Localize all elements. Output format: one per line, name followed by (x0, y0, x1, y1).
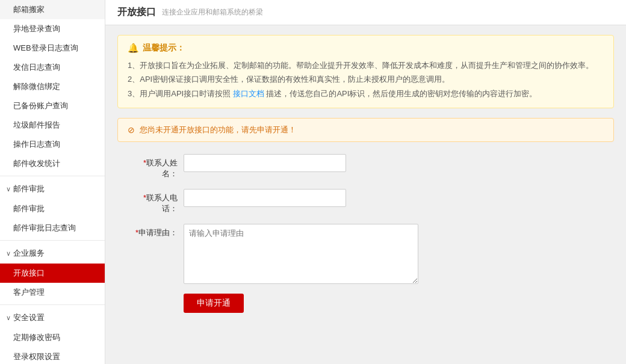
sidebar-item-unbind-wechat[interactable]: 解除微信绑定 (0, 77, 105, 96)
notice-item-1: 1、开放接口旨在为企业拓展、定制邮箱的功能。帮助企业提升开发效率、降低开发成本和… (128, 58, 604, 72)
label-text-2: 联系人电话： (146, 193, 178, 213)
chevron-down-icon-2: ∨ (6, 250, 11, 258)
form-row-contact-name: *联系人姓名： (129, 154, 602, 179)
sidebar-item-mail-audit-log[interactable]: 邮件审批日志查询 (0, 218, 105, 238)
api-doc-link[interactable]: 接口文档 (233, 89, 264, 98)
section-header-mail-audit[interactable]: ∨ 邮件审批 (0, 179, 105, 199)
label-text-1: 联系人姓名： (146, 158, 178, 178)
section-label-mail-audit: 邮件审批 (13, 184, 45, 194)
sidebar-item-mail-stats[interactable]: 邮件收发统计 (0, 154, 105, 173)
sidebar-item-client-manage[interactable]: 客户管理 (0, 283, 105, 302)
divider-2 (0, 240, 105, 241)
contact-phone-label: *联系人电话： (129, 189, 184, 214)
notice-title-text: 温馨提示： (143, 43, 185, 54)
chevron-down-icon-3: ∨ (6, 314, 11, 322)
bell-icon: 🔔 (128, 43, 139, 54)
divider-1 (0, 176, 105, 176)
sidebar-item-web-login-log[interactable]: WEB登录日志查询 (0, 39, 105, 58)
reason-textarea[interactable] (184, 224, 418, 284)
form-row-contact-phone: *联系人电话： (129, 189, 602, 214)
sidebar-item-mailbox-move[interactable]: 邮箱搬家 (0, 0, 105, 19)
notice-item-3: 3、用户调用API接口时请按照 接口文档 描述，传送您自己的API标识，然后使用… (128, 87, 604, 100)
label-text-3: 申请理由： (138, 228, 178, 237)
page-subtitle: 连接企业应用和邮箱系统的桥梁 (162, 7, 263, 17)
notice-item-2: 2、API密钥保证接口调用安全性，保证数据的有效性和真实性，防止未授权用户的恶意… (128, 72, 604, 86)
page-header: 开放接口 连接企业应用和邮箱系统的桥梁 (105, 0, 626, 25)
section-label-enterprise-service: 企业服务 (13, 248, 45, 259)
contact-name-label: *联系人姓名： (129, 154, 184, 179)
sidebar-item-op-log[interactable]: 操作日志查询 (0, 135, 105, 154)
warning-text: 您尚未开通开放接口的功能，请先申请开通！ (140, 125, 296, 135)
section-header-enterprise-service[interactable]: ∨ 企业服务 (0, 243, 105, 264)
section-header-security-settings[interactable]: ∨ 安全设置 (0, 307, 105, 328)
sidebar-item-abnormal-login[interactable]: 异地登录查询 (0, 19, 105, 39)
sidebar-item-spam-report[interactable]: 垃圾邮件报告 (0, 116, 105, 135)
submit-button[interactable]: 申请开通 (184, 294, 244, 313)
reason-label: *申请理由： (129, 224, 184, 238)
contact-name-input[interactable] (184, 154, 346, 172)
form-area: *联系人姓名： *联系人电话： *申请理由： 申请开通 (117, 154, 614, 313)
sidebar: 邮箱搬家 异地登录查询 WEB登录日志查询 发信日志查询 解除微信绑定 已备份账… (0, 0, 105, 364)
sidebar-item-backup-query[interactable]: 已备份账户查询 (0, 96, 105, 116)
notice-item-3-suffix: 描述，传送您自己的API标识，然后使用生成的密钥对您传输的内容进行加密。 (264, 89, 538, 98)
form-row-submit: 申请开通 (129, 294, 602, 313)
main-content: 开放接口 连接企业应用和邮箱系统的桥梁 🔔 温馨提示： 1、开放接口旨在为企业拓… (105, 0, 626, 364)
divider-3 (0, 304, 105, 305)
page-title: 开放接口 (117, 6, 156, 19)
contact-phone-input[interactable] (184, 189, 346, 207)
section-label-security-settings: 安全设置 (13, 312, 45, 323)
sidebar-item-mail-audit[interactable]: 邮件审批 (0, 199, 105, 218)
form-row-reason: *申请理由： (129, 224, 602, 284)
notice-title: 🔔 温馨提示： (128, 43, 604, 54)
notice-box: 🔔 温馨提示： 1、开放接口旨在为企业拓展、定制邮箱的功能。帮助企业提升开发效率… (117, 35, 614, 108)
sidebar-item-send-log[interactable]: 发信日志查询 (0, 58, 105, 77)
sidebar-item-open-api[interactable]: 开放接口 (0, 264, 105, 283)
content-area: 🔔 温馨提示： 1、开放接口旨在为企业拓展、定制邮箱的功能。帮助企业提升开发效率… (105, 25, 626, 332)
warning-icon: ⊘ (128, 125, 135, 135)
chevron-down-icon: ∨ (6, 185, 11, 193)
sidebar-item-login-permission[interactable]: 登录权限设置 (0, 347, 105, 364)
sidebar-item-change-password[interactable]: 定期修改密码 (0, 328, 105, 347)
warning-banner: ⊘ 您尚未开通开放接口的功能，请先申请开通！ (117, 118, 614, 142)
notice-item-3-prefix: 3、用户调用API接口时请按照 (128, 89, 233, 98)
notice-list: 1、开放接口旨在为企业拓展、定制邮箱的功能。帮助企业提升开发效率、降低开发成本和… (128, 58, 604, 100)
